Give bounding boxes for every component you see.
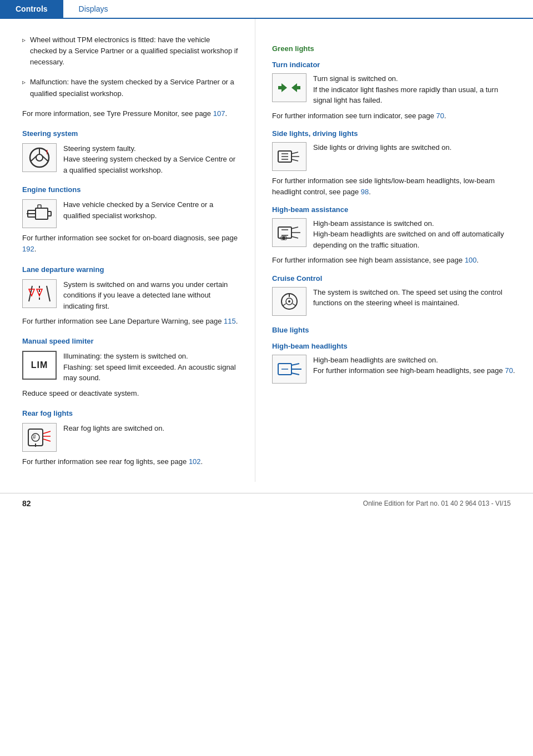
svg-rect-8	[48, 211, 51, 216]
svg-point-1	[36, 154, 43, 161]
turn-indicator-text: Turn signal is switched on. If the indic…	[313, 73, 516, 106]
high-beam-page-link[interactable]: 100	[465, 256, 477, 264]
manual-speed-footer: Reduce speed or deactivate system.	[22, 388, 238, 399]
high-beam-assistance-heading: High-beam assistance	[272, 205, 516, 214]
high-beam-headlights-icon	[272, 355, 306, 384]
bullet-arrow-icon-2: ▹	[22, 77, 26, 102]
engine-page-link[interactable]: 192	[22, 245, 34, 253]
bullet-item-1: ▹ Wheel without TPM electronics is fitte…	[22, 34, 238, 71]
side-lights-symbol-icon	[277, 147, 301, 167]
blue-lights-heading: Blue lights	[272, 326, 516, 334]
cruise-control-icon-row: The system is switched on. The speed set…	[272, 287, 516, 316]
steering-icon: !	[22, 143, 57, 172]
footer: 82 Online Edition for Part no. 01 40 2 9…	[0, 493, 533, 513]
manual-speed-text: Illuminating: the system is switched on.…	[63, 351, 238, 384]
svg-point-41	[282, 236, 285, 240]
hb-page-link[interactable]: 70	[505, 366, 512, 375]
lane-info-text: For further information see Lane Departu…	[22, 316, 238, 327]
main-content: ▹ Wheel without TPM electronics is fitte…	[0, 19, 533, 482]
turn-indicator-icon-row: Turn signal is switched on. If the indic…	[272, 73, 516, 106]
svg-line-21	[43, 431, 51, 434]
bullet-item-2: ▹ Malfunction: have the system checked b…	[22, 77, 238, 102]
engine-text: Have vehicle checked by a Service Centre…	[63, 199, 238, 221]
steering-icon-row: ! Steering system faulty. Have steering …	[22, 143, 238, 176]
turn-arrow-icon	[277, 78, 301, 98]
svg-marker-27	[291, 83, 300, 92]
high-beam-icon-row: High-beam assistance is switched on. Hig…	[272, 218, 516, 251]
svg-point-48	[288, 300, 290, 303]
cruise-control-symbol	[277, 291, 301, 311]
svg-line-32	[291, 152, 298, 154]
engine-symbol-icon	[27, 204, 52, 224]
tab-displays[interactable]: Displays	[63, 0, 124, 18]
green-lights-heading: Green lights	[272, 44, 516, 53]
lane-text: System is switched on and warns you unde…	[63, 279, 238, 312]
high-beam-headlights-icon-row: High-beam headlights are switched on. Fo…	[272, 355, 516, 384]
tyre-page-link[interactable]: 107	[213, 109, 225, 118]
bullet-text-2: Malfunction: have the system checked by …	[30, 77, 238, 99]
left-column: ▹ Wheel without TPM electronics is fitte…	[0, 19, 255, 482]
lane-icon	[22, 279, 57, 308]
engine-info-text: For further information see socket for o…	[22, 233, 238, 255]
steering-heading: Steering system	[22, 129, 238, 138]
copyright-text: Online Edition for Part no. 01 40 2 964 …	[363, 500, 511, 507]
cruise-control-icon	[272, 287, 306, 316]
side-lights-info: For further information see side lights/…	[272, 175, 516, 198]
side-lights-page-link[interactable]: 98	[361, 188, 369, 196]
rear-fog-heading: Rear fog lights	[22, 409, 238, 417]
high-beam-headlights-symbol	[277, 359, 301, 379]
lane-heading: Lane departure warning	[22, 265, 238, 274]
rear-fog-page-link[interactable]: 102	[189, 457, 201, 466]
svg-line-23	[43, 439, 51, 441]
steering-wheel-icon: !	[28, 147, 51, 169]
lane-page-link[interactable]: 115	[224, 317, 236, 325]
svg-line-47	[293, 304, 296, 306]
rear-fog-light-icon: #	[22, 423, 57, 452]
turn-indicator-heading: Turn indicator	[272, 61, 516, 69]
steering-text: Steering system faulty. Have steering sy…	[63, 143, 238, 176]
svg-line-46	[283, 304, 286, 306]
lane-icon-row: System is switched on and warns you unde…	[22, 279, 238, 312]
high-beam-assist-symbol	[277, 223, 301, 243]
rear-fog-info-text: For further information see rear fog lig…	[22, 456, 238, 467]
bullet-text-1: Wheel without TPM electronics is fitted:…	[30, 34, 238, 68]
rear-fog-text: Rear fog lights are switched on.	[63, 423, 164, 434]
side-lights-icon-row: Side lights or driving lights are switch…	[272, 142, 516, 171]
manual-speed-heading: Manual speed limiter	[22, 337, 238, 345]
header-tabs: Controls Displays	[0, 0, 533, 19]
svg-text:#: #	[33, 434, 36, 440]
turn-indicator-icon	[272, 73, 306, 102]
cruise-control-text: The system is switched on. The speed set…	[313, 287, 516, 309]
manual-speed-icon-row: LIM Illuminating: the system is switched…	[22, 351, 238, 384]
rear-fog-icon-row: # Rear fog lights are switched on.	[22, 423, 238, 452]
high-beam-headlights-text: High-beam headlights are switched on. Fo…	[313, 355, 515, 376]
tyre-info-text: For more information, see Tyre Pressure …	[22, 108, 238, 119]
side-lights-icon	[272, 142, 306, 171]
bullet-arrow-icon: ▹	[22, 35, 26, 71]
engine-icon-row: Have vehicle checked by a Service Centre…	[22, 199, 238, 228]
lane-departure-icon	[27, 284, 52, 304]
turn-indicator-info: For further information see turn indicat…	[272, 110, 516, 122]
svg-marker-26	[278, 83, 287, 92]
side-lights-text: Side lights or driving lights are switch…	[313, 142, 451, 153]
svg-line-16	[47, 286, 50, 301]
tab-controls[interactable]: Controls	[0, 0, 63, 18]
high-beam-text: High-beam assistance is switched on. Hig…	[313, 218, 516, 251]
svg-rect-7	[36, 208, 48, 219]
high-beam-headlights-heading: High-beam headlights	[272, 342, 516, 350]
cruise-control-heading: Cruise Control	[272, 274, 516, 283]
page-number: 82	[22, 499, 31, 508]
engine-icon	[22, 199, 57, 228]
lim-icon: LIM	[22, 351, 57, 380]
svg-line-53	[291, 373, 299, 375]
svg-text:!: !	[46, 149, 48, 155]
turn-page-link[interactable]: 70	[436, 112, 444, 120]
rear-fog-symbol-icon: #	[27, 427, 52, 448]
engine-heading: Engine functions	[22, 185, 238, 194]
side-lights-heading: Side lights, driving lights	[272, 129, 516, 138]
svg-line-38	[291, 227, 298, 229]
high-beam-assistance-icon	[272, 218, 306, 247]
high-beam-info: For further information see high beam as…	[272, 255, 516, 266]
hb-text2: For further information see high-beam he…	[313, 365, 515, 376]
svg-line-51	[291, 364, 299, 365]
